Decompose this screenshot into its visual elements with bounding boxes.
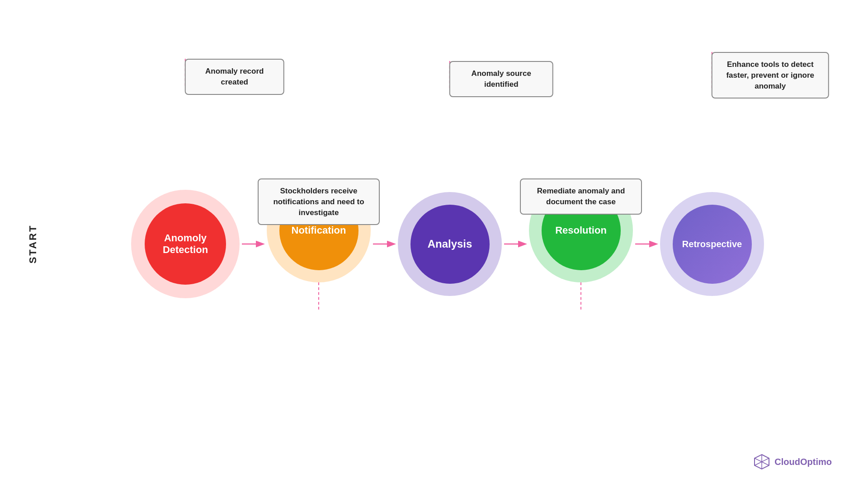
step5-outer: Retrospective — [660, 192, 764, 296]
ann-remediate-text: Remediate anomaly anddocument the case — [537, 187, 625, 206]
step3-label: Analysis — [428, 238, 472, 251]
start-label: START — [27, 225, 39, 264]
annotation-enhance: Enhance tools to detectfaster, prevent o… — [712, 52, 829, 99]
cloudoptimo-logo-icon — [754, 454, 770, 470]
arrow-2-3 — [371, 237, 398, 251]
annotation-remediate: Remediate anomaly anddocument the case — [520, 178, 642, 215]
ann-source-text: Anomaly sourceidentified — [472, 69, 531, 89]
arrow-4-5 — [633, 237, 660, 251]
step3-circle[interactable]: Analysis — [410, 205, 490, 284]
diagram-container: START Anomaly record created AnomolyDete… — [0, 0, 868, 488]
logo-text: CloudOptimo — [774, 457, 832, 467]
arrow-svg-2 — [372, 237, 397, 251]
step1-circle[interactable]: AnomolyDetection — [145, 203, 226, 285]
step3-outer: Analysis — [398, 192, 502, 296]
annotation-stockholders: Stockholders receivenotifications and ne… — [258, 178, 380, 225]
step5-circle[interactable]: Retrospective — [673, 205, 752, 284]
step-notification: Notification Stockholders receivenotific… — [267, 178, 371, 310]
arrow-svg — [241, 237, 266, 251]
step-resolution: Resolution Remediate anomaly anddocument… — [529, 178, 633, 310]
ann-stockholders-text: Stockholders receivenotifications and ne… — [273, 187, 364, 217]
step2-label: Notification — [292, 225, 346, 236]
arrow-1-2 — [240, 237, 267, 251]
flow-wrapper: Anomaly record created AnomolyDetection — [131, 178, 764, 310]
arrow-svg-3 — [503, 237, 528, 251]
step-analysis: Anomaly sourceidentified Analysis — [398, 192, 502, 296]
arrow-3-4 — [502, 237, 529, 251]
logo: CloudOptimo — [754, 454, 832, 470]
annotation-anomaly-record: Anomaly record created — [185, 59, 284, 95]
step5-label: Retrospective — [682, 239, 742, 249]
step-anomaly-detection: Anomaly record created AnomolyDetection — [131, 190, 240, 298]
step4-label: Resolution — [555, 225, 607, 236]
arrow-svg-4 — [634, 237, 659, 251]
step1-label: AnomolyDetection — [163, 232, 208, 256]
annotation-anomaly-source: Anomaly sourceidentified — [449, 61, 553, 97]
step-retrospective: Enhance tools to detectfaster, prevent o… — [660, 192, 764, 296]
step1-outer: AnomolyDetection — [131, 190, 240, 298]
ann-enhance-text: Enhance tools to detectfaster, prevent o… — [726, 60, 814, 90]
